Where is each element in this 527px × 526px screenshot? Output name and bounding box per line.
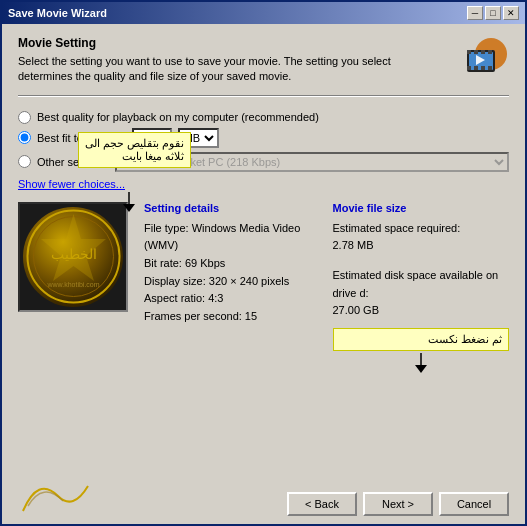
filesize-disk-value: 27.00 GB xyxy=(333,302,510,320)
cancel-button[interactable]: Cancel xyxy=(439,492,509,516)
svg-marker-20 xyxy=(415,365,427,373)
right-panel: Setting details File type: Windows Media… xyxy=(144,202,509,454)
next-button[interactable]: Next > xyxy=(363,492,433,516)
button-row: < Back Next > Cancel xyxy=(287,492,509,516)
title-bar-controls: ─ □ ✕ xyxy=(467,6,519,20)
show-fewer-link[interactable]: Show fewer choices... xyxy=(18,178,509,190)
svg-rect-4 xyxy=(474,50,478,54)
movie-icon xyxy=(461,36,509,84)
svg-rect-10 xyxy=(488,66,492,70)
details-section: Setting details File type: Windows Media… xyxy=(144,202,321,454)
filesize-estimated-value: 2.78 MB xyxy=(333,237,510,255)
annotation-1-box: نقوم بتقليص حجم الى ثلاثه ميغا بايت xyxy=(78,132,191,168)
svg-rect-8 xyxy=(474,66,478,70)
details-filetype: File type: Windows Media Video (WMV) xyxy=(144,220,321,255)
details-displaysize: Display size: 320 × 240 pixels xyxy=(144,273,321,291)
left-panel: نقوم بتقليص حجم الى ثلاثه ميغا بايت xyxy=(18,202,128,454)
thumbnail-inner: الخطيب www.khotibi.com xyxy=(23,207,123,307)
best-fit-radio[interactable] xyxy=(18,131,31,144)
annotation-1-arrow xyxy=(123,192,135,212)
minimize-button[interactable]: ─ xyxy=(467,6,483,20)
svg-rect-6 xyxy=(488,50,492,54)
annotation-2-box: ثم نضغط نكست xyxy=(333,328,510,351)
page-heading: Movie Setting xyxy=(18,36,398,50)
svg-rect-9 xyxy=(481,66,485,70)
annotation-2-arrow xyxy=(333,353,510,373)
maximize-button[interactable]: □ xyxy=(485,6,501,20)
svg-text:www.khotibi.com: www.khotibi.com xyxy=(46,281,99,288)
best-quality-label: Best quality for playback on my computer… xyxy=(37,111,319,123)
svg-rect-5 xyxy=(481,50,485,54)
movie-thumbnail: الخطيب www.khotibi.com xyxy=(18,202,128,312)
back-button[interactable]: < Back xyxy=(287,492,357,516)
details-bitrate: Bit rate: 69 Kbps xyxy=(144,255,321,273)
header-description: Select the setting you want to use to sa… xyxy=(18,54,398,85)
svg-rect-7 xyxy=(467,66,471,70)
main-area: نقوم بتقليص حجم الى ثلاثه ميغا بايت xyxy=(18,202,509,454)
svg-marker-13 xyxy=(123,204,135,212)
filesize-estimated-label: Estimated space required: xyxy=(333,220,510,238)
details-heading: Setting details xyxy=(144,202,321,214)
best-quality-row: Best quality for playback on my computer… xyxy=(18,111,509,124)
details-aspectratio: Aspect ratio: 4:3 xyxy=(144,290,321,308)
close-button[interactable]: ✕ xyxy=(503,6,519,20)
window-title: Save Movie Wizard xyxy=(8,7,107,19)
annotation-1-text: نقوم بتقليص حجم الى xyxy=(85,137,184,149)
filesize-disk-label: Estimated disk space available on drive … xyxy=(333,267,510,302)
save-movie-wizard-window: Save Movie Wizard ─ □ ✕ Movie Setting Se… xyxy=(0,0,527,526)
header-divider xyxy=(18,95,509,97)
best-quality-radio[interactable] xyxy=(18,111,31,124)
other-settings-radio[interactable] xyxy=(18,155,31,168)
filesize-heading: Movie file size xyxy=(333,202,510,214)
header-section: Movie Setting Select the setting you wan… xyxy=(18,36,509,85)
signature-decoration xyxy=(18,466,98,516)
bottom-left xyxy=(18,466,98,516)
svg-rect-3 xyxy=(467,50,471,54)
annotation-1-text2: ثلاثه ميغا بايت xyxy=(122,150,184,162)
header-text: Movie Setting Select the setting you wan… xyxy=(18,36,398,85)
svg-text:الخطيب: الخطيب xyxy=(50,247,96,262)
bottom-section: < Back Next > Cancel xyxy=(18,462,509,516)
content-area: Movie Setting Select the setting you wan… xyxy=(2,24,525,524)
details-fps: Frames per second: 15 xyxy=(144,308,321,326)
title-bar: Save Movie Wizard ─ □ ✕ xyxy=(2,2,525,24)
annotation-2-text: ثم نضغط نكست xyxy=(428,333,502,345)
file-size-section: Movie file size Estimated space required… xyxy=(333,202,510,454)
